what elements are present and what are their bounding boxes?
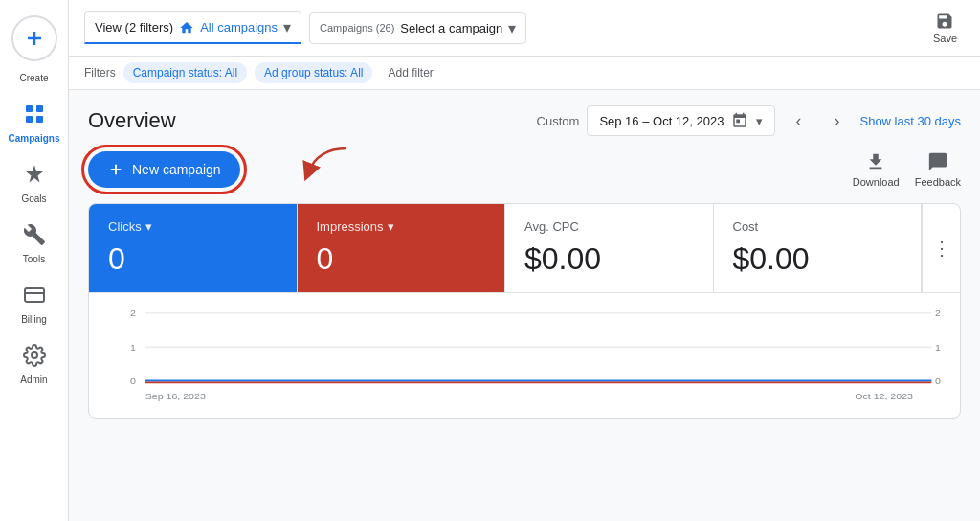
feedback-icon <box>927 151 948 172</box>
feedback-button[interactable]: Feedback <box>915 151 961 188</box>
svg-rect-3 <box>36 105 43 112</box>
x-label-right: Oct 12, 2023 <box>855 391 913 400</box>
y-label-1-right: 1 <box>935 342 941 351</box>
next-date-button[interactable]: › <box>821 105 852 136</box>
download-button[interactable]: Download <box>853 151 900 188</box>
main-content: View (2 filters) All campaigns ▾ Campaig… <box>69 0 980 521</box>
more-options-button[interactable]: ⋮ <box>922 204 960 292</box>
download-icon <box>865 151 886 172</box>
view-filter-dropdown[interactable]: View (2 filters) All campaigns ▾ <box>84 11 301 44</box>
date-range-picker[interactable]: Sep 16 – Oct 12, 2023 ▾ <box>587 105 775 136</box>
ad-group-status-filter[interactable]: Ad group status: All <box>255 62 372 83</box>
save-button[interactable]: Save <box>925 8 965 48</box>
tools-icon <box>19 219 50 250</box>
date-range-label: Sep 16 – Oct 12, 2023 <box>599 114 724 128</box>
sidebar-admin-label: Admin <box>20 374 47 385</box>
topbar: View (2 filters) All campaigns ▾ Campaig… <box>69 0 980 57</box>
avg-cpc-value: $0.00 <box>524 241 694 277</box>
y-label-2-right: 2 <box>935 308 941 318</box>
cost-label: Cost <box>733 219 759 234</box>
x-label-left: Sep 16, 2023 <box>145 391 207 400</box>
campaign-selector-dropdown[interactable]: Campaigns (26) Select a campaign ▾ <box>309 12 526 44</box>
select-campaign-label: Select a campaign <box>400 21 502 35</box>
billing-icon <box>19 280 50 310</box>
y-label-0-left: 0 <box>130 375 136 385</box>
new-campaign-label: New campaign <box>132 162 221 177</box>
svg-rect-4 <box>26 116 33 123</box>
cost-header: Cost <box>733 219 902 234</box>
campaign-status-filter[interactable]: Campaign status: All <box>123 62 247 83</box>
overview-header: Overview Custom Sep 16 – Oct 12, 2023 ▾ … <box>88 105 961 136</box>
clicks-label: Clicks <box>108 219 142 234</box>
action-buttons: Download Feedback <box>853 151 961 188</box>
campaigns-icon <box>19 99 50 129</box>
plus-icon <box>107 161 124 178</box>
all-campaigns-label: All campaigns <box>200 20 278 34</box>
y-label-1-left: 1 <box>130 342 136 351</box>
sidebar-item-admin[interactable]: Admin <box>0 332 68 393</box>
clicks-value: 0 <box>108 241 278 277</box>
sidebar-item-create[interactable]: Create <box>0 8 68 91</box>
sidebar-item-billing[interactable]: Billing <box>0 272 68 332</box>
sidebar-item-goals[interactable]: Goals <box>0 151 68 212</box>
action-row: New campaign Down <box>88 151 961 188</box>
view-filter-arrow-icon: ▾ <box>283 18 291 36</box>
admin-icon <box>19 340 50 371</box>
avg-cpc-header: Avg. CPC <box>524 219 694 234</box>
filters-label: Filters <box>84 66 116 79</box>
sidebar-campaigns-label: Campaigns <box>9 133 60 144</box>
metric-avg-cpc: Avg. CPC $0.00 <box>505 204 714 292</box>
feedback-label: Feedback <box>915 176 961 188</box>
overview-title: Overview <box>88 108 176 133</box>
view-filter-label: View (2 filters) <box>95 20 173 34</box>
svg-rect-6 <box>25 288 44 302</box>
calendar-icon <box>731 112 748 129</box>
arrow-annotation <box>299 144 356 186</box>
date-controls: Custom Sep 16 – Oct 12, 2023 ▾ ‹ › Show … <box>537 105 961 136</box>
save-label: Save <box>933 33 957 44</box>
date-picker-arrow-icon: ▾ <box>756 114 763 128</box>
content-area: Overview Custom Sep 16 – Oct 12, 2023 ▾ … <box>69 90 980 521</box>
home-icon <box>179 20 194 35</box>
sidebar-item-campaigns[interactable]: Campaigns <box>0 91 68 151</box>
metric-impressions[interactable]: Impressions ▾ 0 <box>298 204 506 292</box>
svg-rect-2 <box>26 105 33 112</box>
cost-value: $0.00 <box>733 241 902 277</box>
impressions-dropdown-icon: ▾ <box>388 219 394 234</box>
save-icon <box>935 11 954 31</box>
campaign-selector-arrow-icon: ▾ <box>508 19 516 37</box>
impressions-value: 0 <box>317 241 486 277</box>
chart-area: 2 1 0 2 1 0 Sep 16, 2023 Oct 12, 2023 <box>89 293 960 418</box>
impressions-header: Impressions ▾ <box>317 219 486 234</box>
metric-cost: Cost $0.00 <box>714 204 923 292</box>
y-label-0-right: 0 <box>935 375 941 385</box>
chart-svg: 2 1 0 2 1 0 Sep 16, 2023 Oct 12, 2023 <box>108 305 941 406</box>
metric-clicks[interactable]: Clicks ▾ 0 <box>89 204 298 292</box>
create-button[interactable] <box>11 15 57 61</box>
new-campaign-button[interactable]: New campaign <box>88 151 240 188</box>
custom-label: Custom <box>537 114 580 128</box>
impressions-label: Impressions <box>317 219 384 234</box>
svg-point-8 <box>32 352 37 358</box>
sidebar-item-tools[interactable]: Tools <box>0 212 68 272</box>
prev-date-button[interactable]: ‹ <box>783 105 813 136</box>
svg-rect-5 <box>36 116 43 123</box>
filterbar: Filters Campaign status: All Ad group st… <box>69 57 980 90</box>
clicks-header: Clicks ▾ <box>108 219 278 234</box>
sidebar: Create Campaigns Goals Tools <box>0 0 69 521</box>
goals-icon <box>19 159 50 190</box>
download-label: Download <box>853 176 900 188</box>
sidebar-create-label: Create <box>19 73 48 83</box>
avg-cpc-label: Avg. CPC <box>524 219 579 234</box>
sidebar-goals-label: Goals <box>21 193 46 204</box>
sidebar-billing-label: Billing <box>21 314 47 325</box>
show-last-30-button[interactable]: Show last 30 days <box>859 114 961 128</box>
y-label-2-left: 2 <box>130 308 136 318</box>
metrics-row: Clicks ▾ 0 Impressions ▾ 0 Avg. CP <box>89 204 960 293</box>
campaigns-count-label: Campaigns (26) <box>320 22 394 34</box>
sidebar-tools-label: Tools <box>23 254 45 264</box>
add-filter-button[interactable]: Add filter <box>380 62 440 83</box>
clicks-dropdown-icon: ▾ <box>145 219 152 234</box>
metrics-panel: Clicks ▾ 0 Impressions ▾ 0 Avg. CP <box>88 203 961 419</box>
